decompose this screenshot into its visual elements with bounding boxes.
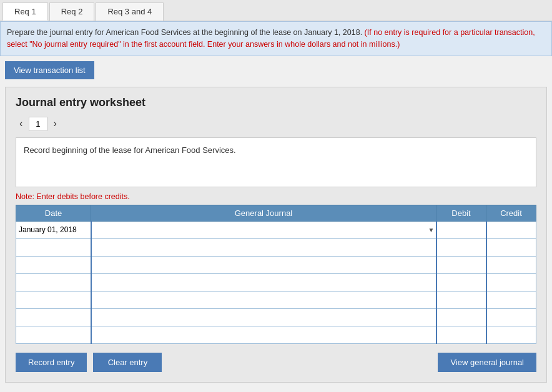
cell-credit[interactable] (486, 291, 536, 308)
navigator: ‹ 1 › (16, 117, 536, 131)
debit-input[interactable] (440, 275, 483, 290)
journal-input[interactable] (94, 223, 433, 237)
table-row (16, 326, 536, 343)
cell-date (16, 273, 91, 291)
tab-req2[interactable]: Req 2 (49, 2, 95, 21)
cell-credit[interactable] (486, 238, 536, 256)
cell-credit[interactable] (486, 326, 536, 343)
cell-debit[interactable] (436, 273, 486, 291)
cell-general-journal[interactable] (91, 326, 436, 343)
credit-input[interactable] (490, 275, 534, 290)
cell-credit[interactable] (486, 308, 536, 326)
credit-input[interactable] (490, 310, 534, 325)
journal-input[interactable] (94, 310, 433, 325)
cell-date (16, 291, 91, 308)
cell-debit[interactable] (436, 308, 486, 326)
cell-date: January 01, 2018 (16, 221, 91, 238)
cell-debit[interactable] (436, 326, 486, 343)
cell-debit[interactable] (436, 238, 486, 256)
debit-input[interactable] (440, 240, 483, 255)
journal-input[interactable] (94, 258, 433, 272)
credit-input[interactable] (490, 223, 534, 237)
cell-general-journal[interactable] (91, 308, 436, 326)
worksheet-container: Journal entry worksheet ‹ 1 › Record beg… (5, 87, 547, 383)
note-text: Note: Enter debits before credits. (16, 192, 536, 201)
description-box: Record beginning of the lease for Americ… (16, 137, 536, 187)
cell-credit[interactable] (486, 221, 536, 238)
nav-next-arrow[interactable]: › (50, 117, 61, 130)
table-row: January 01, 2018▼ (16, 221, 536, 238)
journal-input[interactable] (94, 240, 433, 255)
journal-table: Date General Journal Debit Credit Januar… (16, 205, 536, 344)
journal-input[interactable] (94, 328, 433, 342)
record-entry-button[interactable]: Record entry (16, 353, 87, 372)
nav-page-number: 1 (29, 117, 47, 131)
cell-debit[interactable] (436, 256, 486, 273)
credit-input[interactable] (490, 293, 534, 307)
tabs-bar: Req 1 Req 2 Req 3 and 4 (0, 0, 552, 21)
buttons-bar: Record entry Clear entry View general jo… (16, 353, 536, 372)
col-header-general-journal: General Journal (91, 205, 436, 221)
cell-debit[interactable] (436, 221, 486, 238)
cell-credit[interactable] (486, 273, 536, 291)
cell-date (16, 256, 91, 273)
table-row (16, 308, 536, 326)
table-row (16, 238, 536, 256)
col-header-debit: Debit (436, 205, 486, 221)
cell-general-journal[interactable]: ▼ (91, 221, 436, 238)
credit-input[interactable] (490, 258, 534, 272)
cell-date (16, 326, 91, 343)
table-row (16, 291, 536, 308)
debit-input[interactable] (440, 293, 483, 307)
cell-general-journal[interactable] (91, 273, 436, 291)
view-transaction-list-button[interactable]: View transaction list (5, 61, 94, 79)
col-header-credit: Credit (486, 205, 536, 221)
cell-credit[interactable] (486, 256, 536, 273)
tab-req1[interactable]: Req 1 (2, 2, 48, 21)
cell-general-journal[interactable] (91, 291, 436, 308)
debit-input[interactable] (440, 258, 483, 272)
col-header-date: Date (16, 205, 91, 221)
cell-general-journal[interactable] (91, 256, 436, 273)
debit-input[interactable] (440, 223, 483, 237)
table-row (16, 273, 536, 291)
nav-prev-arrow[interactable]: ‹ (16, 117, 26, 130)
view-general-journal-button[interactable]: View general journal (438, 353, 536, 372)
debit-input[interactable] (440, 328, 483, 342)
table-row (16, 256, 536, 273)
info-text-main: Prepare the journal entry for American F… (7, 28, 362, 37)
cell-date (16, 308, 91, 326)
tab-req3and4[interactable]: Req 3 and 4 (96, 2, 164, 21)
cell-general-journal[interactable] (91, 238, 436, 256)
worksheet-title: Journal entry worksheet (16, 96, 536, 109)
journal-input[interactable] (94, 293, 433, 307)
cell-date (16, 238, 91, 256)
credit-input[interactable] (490, 328, 534, 342)
info-banner: Prepare the journal entry for American F… (0, 21, 552, 56)
clear-entry-button[interactable]: Clear entry (93, 353, 162, 372)
journal-input[interactable] (94, 275, 433, 290)
credit-input[interactable] (490, 240, 534, 255)
cell-debit[interactable] (436, 291, 486, 308)
debit-input[interactable] (440, 310, 483, 325)
